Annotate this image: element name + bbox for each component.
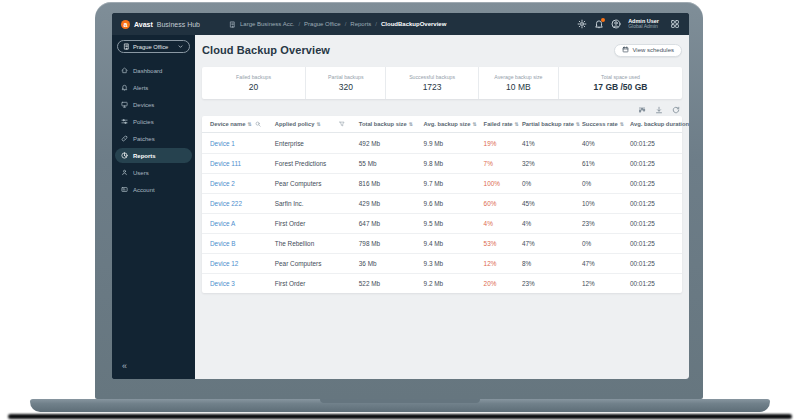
sidebar-item-label: Patches [133, 136, 155, 142]
cell-duration: 00:01:25 [622, 280, 682, 287]
sidebar-item-account[interactable]: Account [115, 182, 192, 197]
cell-avg: 9.4 Mb [416, 240, 476, 247]
filter-icon[interactable] [638, 100, 646, 118]
sidebar-item-label: Reports [133, 153, 156, 159]
cell-avg: 9.8 Mb [416, 160, 476, 167]
sidebar-item-patches[interactable]: Patches [115, 131, 192, 146]
app-body: Prague Office Dashboard Alerts Devices P… [112, 35, 689, 379]
sliders-icon [121, 118, 128, 125]
column-header-total-backup-size[interactable]: Total backup size ⇅ [351, 121, 416, 127]
gear-icon[interactable] [577, 19, 587, 29]
cell-failed: 53% [476, 240, 514, 247]
cell-device[interactable]: Device 1 [202, 140, 267, 147]
sidebar-item-policies[interactable]: Policies [115, 114, 192, 129]
cell-policy: Sarfin Inc. [267, 200, 351, 207]
notifications-bell-icon[interactable] [594, 19, 604, 29]
breadcrumb-item[interactable]: Reports [350, 21, 371, 27]
column-header-success-rate[interactable]: Success rate ⇅ [574, 121, 622, 127]
sidebar-item-alerts[interactable]: Alerts [115, 80, 192, 95]
cell-partial: 8% [514, 260, 574, 267]
column-header-partial-backup-rate[interactable]: Partial backup rate ⇅ [514, 121, 574, 127]
column-label: Avg. backup duration [630, 121, 689, 127]
column-header-applied-policy[interactable]: Applied policy ⇅ [267, 121, 351, 127]
breadcrumb-item[interactable]: Prague Office [304, 21, 341, 27]
cell-success: 47% [574, 260, 622, 267]
cell-avg: 9.5 Mb [416, 220, 476, 227]
cell-partial: 45% [514, 200, 574, 207]
cell-duration: 00:01:25 [622, 240, 682, 247]
sidebar-item-devices[interactable]: Devices [115, 97, 192, 112]
stat-value: 320 [339, 82, 353, 92]
topbar: a Avast Business Hub Large Business Acc.… [112, 13, 689, 35]
cell-duration: 00:01:25 [622, 140, 682, 147]
cell-success: 40% [574, 140, 622, 147]
cell-device[interactable]: Device 12 [202, 260, 267, 267]
table-header-row: Device name ⇅Applied policy ⇅Total backu… [202, 116, 682, 133]
view-schedules-button[interactable]: View schedules [614, 44, 682, 57]
view-schedules-label: View schedules [632, 47, 674, 53]
cell-policy: Enterprise [267, 140, 351, 147]
avast-logo-icon: a [121, 20, 130, 29]
cell-total: 816 Mb [351, 180, 416, 187]
card-icon [121, 186, 128, 193]
cell-partial: 47% [514, 240, 574, 247]
funnel-icon[interactable] [339, 121, 345, 127]
site-selector[interactable]: Prague Office [117, 40, 190, 53]
stat-label: Failed backups [236, 74, 271, 80]
refresh-icon[interactable] [672, 100, 680, 118]
download-icon[interactable] [655, 100, 663, 118]
pie-icon [121, 152, 128, 159]
sidebar-item-dashboard[interactable]: Dashboard [115, 63, 192, 78]
sidebar-item-users[interactable]: Users [115, 165, 192, 180]
cell-device[interactable]: Device 2 [202, 180, 267, 187]
cell-device[interactable]: Device 222 [202, 200, 267, 207]
stat-value: 10 MB [506, 82, 531, 92]
sidebar-item-reports[interactable]: Reports [115, 148, 192, 163]
stat-label: Average backup size [494, 74, 542, 80]
table-row: Device 111Forest Predictions55 Mb9.8 Mb7… [202, 153, 682, 173]
sidebar-item-label: Policies [133, 119, 154, 125]
cell-policy: First Order [267, 280, 351, 287]
cell-success: 0% [574, 240, 622, 247]
cell-device[interactable]: Device B [202, 240, 267, 247]
cell-avg: 9.3 Mb [416, 260, 476, 267]
stat-partial-backups: Partial backups 320 [305, 67, 385, 99]
cell-avg: 9.9 Mb [416, 140, 476, 147]
cell-failed: 19% [476, 140, 514, 147]
column-label: Device name [210, 121, 245, 127]
user-menu[interactable]: Admin User Global Admin [628, 18, 659, 30]
column-header-failed-rate[interactable]: Failed rate ⇅ [476, 121, 514, 127]
table-body: Device 1Enterprise492 Mb9.9 Mb19%41%40%0… [202, 133, 682, 293]
cell-failed: 60% [476, 200, 514, 207]
cell-failed: 7% [476, 160, 514, 167]
brand-name-rest: Business Hub [157, 21, 200, 28]
sort-icon: ⇅ [409, 121, 413, 127]
laptop-base [30, 399, 770, 412]
cell-duration: 00:01:25 [622, 160, 682, 167]
cell-device[interactable]: Device A [202, 220, 267, 227]
building-icon [123, 43, 130, 51]
sort-icon: ⇅ [316, 121, 320, 127]
breadcrumb-separator: / [298, 21, 300, 27]
stat-label: Successful backups [409, 74, 455, 80]
cell-device[interactable]: Device 111 [202, 160, 267, 167]
breadcrumb-item[interactable]: CloudBackupOverview [381, 21, 446, 27]
search-icon[interactable] [255, 121, 261, 127]
column-header-avg-backup-size[interactable]: Avg. backup size ⇅ [416, 121, 476, 127]
cell-partial: 41% [514, 140, 574, 147]
chevron-down-icon [177, 43, 184, 50]
cell-device[interactable]: Device 3 [202, 280, 267, 287]
stat-label: Partial backups [328, 74, 363, 80]
cell-total: 647 Mb [351, 220, 416, 227]
brand: a Avast Business Hub [121, 20, 217, 29]
cell-avg: 9.6 Mb [416, 200, 476, 207]
org-building-icon [229, 21, 236, 28]
cell-partial: 4% [514, 220, 574, 227]
breadcrumb-item[interactable]: Large Business Acc. [240, 21, 294, 27]
column-header-device-name[interactable]: Device name ⇅ [202, 121, 267, 127]
column-header-avg-backup-duration[interactable]: Avg. backup duration ⇅ [622, 121, 682, 127]
sidebar-collapse-button[interactable]: « [122, 362, 127, 371]
cell-failed: 12% [476, 260, 514, 267]
app-launcher-icon[interactable] [670, 19, 680, 29]
avatar-icon[interactable] [611, 19, 621, 29]
